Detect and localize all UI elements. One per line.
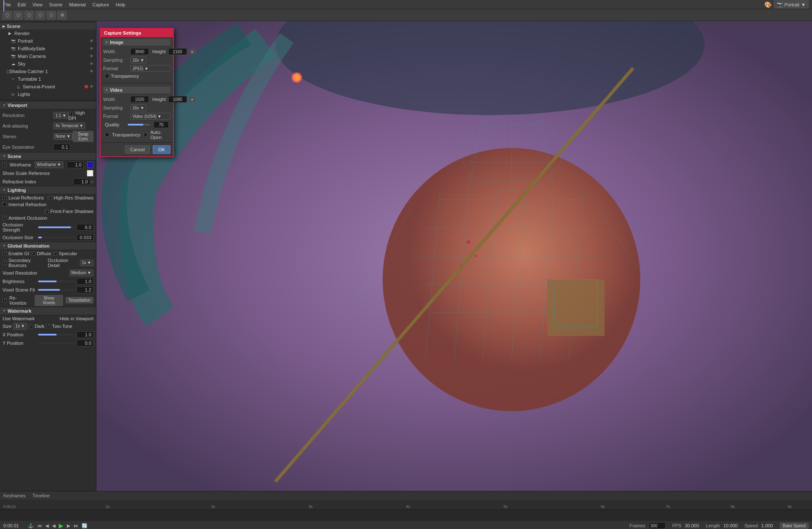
tree-item-samurai[interactable]: △ Samurai-Posed 👁 [0,83,96,90]
skip-end-button[interactable]: ⏭ [74,523,78,528]
voxel-resolution-dropdown[interactable]: Medium ▼ [69,270,93,276]
capture-settings-dialog[interactable]: Capture Settings Image Width Height ≡ [100,28,174,157]
video-lock-ratio-button[interactable]: ≡ [189,97,195,102]
stereo-dropdown[interactable]: None ▼ [53,133,73,140]
re-voxelize-label: Re-Voxelize [9,295,32,305]
resolution-dropdown[interactable]: 1:1 ▼ [53,112,69,119]
y-position-input[interactable] [77,340,93,346]
occlusion-detail-dropdown[interactable]: 1x ▼ [80,259,93,266]
tree-item-shadowcatcher[interactable]: □ Shadow Catcher 1 👁 [0,68,96,75]
image-width-input[interactable] [130,48,149,55]
toolbar-btn-3[interactable]: ⬡ [25,11,34,19]
voxel-scene-fit-input[interactable] [77,286,93,293]
video-transparency-check[interactable] [105,133,109,137]
internal-refraction-check[interactable] [3,202,7,207]
ambient-occlusion-check[interactable] [3,216,7,220]
portrait-dropdown[interactable]: 📷 Portrait ▼ [774,0,809,8]
image-height-input[interactable] [168,48,187,55]
scene-tree-header[interactable]: ▶ Scene [0,23,96,30]
size-dropdown[interactable]: 1x ▼ [13,323,27,330]
menu-view[interactable]: View [33,2,43,7]
tree-item-portrait[interactable]: 📷 Portrait 👁 [0,37,96,45]
occlusion-size-input[interactable] [77,234,93,241]
auto-open-check[interactable] [144,133,148,137]
video-section-header[interactable]: Video [103,87,170,93]
image-sampling-dropdown[interactable]: 16x ▼ [130,57,146,63]
re-voxelize-check[interactable] [3,298,7,303]
bake-speed-button[interactable]: Bake Speed [780,523,809,529]
wireframe-value-input[interactable] [67,161,84,168]
specular-check[interactable] [53,251,57,256]
loop-button[interactable]: 🔄 [82,523,88,529]
menu-help[interactable]: Help [116,2,126,7]
high-dpi-check[interactable]: High DPI [69,110,93,121]
toolbar-btn-6[interactable]: ⚙ [58,11,67,19]
wireframe-color-swatch[interactable] [87,161,93,168]
dialog-buttons: Cancel OK [101,142,173,156]
cancel-button[interactable]: Cancel [125,145,150,154]
viewport-section-header[interactable]: Viewport [0,101,96,109]
play-back-button[interactable]: ◀ [52,523,55,529]
local-reflections-check[interactable] [3,196,7,200]
brightness-input[interactable] [77,278,93,285]
video-section-label: Video [110,87,123,93]
toolbar-btn-4[interactable]: ⬡ [36,11,45,19]
lighting-section-header[interactable]: Lighting [0,186,96,194]
tree-item-render[interactable]: ▶ Render [0,30,96,37]
scale-color-swatch[interactable] [87,170,93,177]
eye-separation-input[interactable] [53,144,70,150]
x-position-input[interactable] [77,331,93,338]
toolbar-btn-2[interactable]: ⬡ [14,11,23,19]
menu-edit[interactable]: Edit [18,2,26,7]
video-format-dropdown[interactable]: Video (h264) ▼ [130,113,170,120]
scene-section-header[interactable]: Scene [0,152,96,161]
quality-input[interactable] [154,121,169,128]
secondary-bounces-check[interactable] [3,261,7,265]
occlusion-strength-input[interactable] [77,224,93,231]
swap-eyes-button[interactable]: Swap Eyes [73,131,93,142]
ruler-mark-3s: 3s [309,504,313,509]
video-sampling-dropdown[interactable]: 16x ▼ [130,104,146,111]
image-lock-ratio-button[interactable]: ≡ [189,49,195,55]
image-transparency-check[interactable] [105,74,109,78]
tree-item-turntable[interactable]: ○ Turntable 1 [0,75,96,83]
enable-gi-check[interactable] [3,251,7,256]
snap-button[interactable]: ⚓ [28,523,34,529]
menu-file[interactable]: File [3,2,11,7]
wireframe-mode-dropdown[interactable]: Wireframe ▼ [35,161,63,168]
prev-frame-button[interactable]: ◀ [45,523,49,529]
toolbar-btn-5[interactable]: ⬡ [47,11,56,19]
watermark-section-header[interactable]: Watermark [0,307,96,315]
ok-button[interactable]: OK [153,145,170,154]
refractive-input[interactable] [73,178,90,185]
wireframe-checkbox[interactable] [3,163,7,167]
tree-item-lights[interactable]: ▷ Lights [0,90,96,98]
image-format-dropdown[interactable]: JPEG ▼ [130,65,170,72]
quality-slider[interactable] [128,124,150,125]
two-tone-check[interactable] [46,324,50,328]
menu-capture[interactable]: Capture [93,2,109,7]
diffuse-check[interactable] [31,251,35,256]
tree-item-maincamera[interactable]: 📷 Main Camera 👁 [0,52,96,60]
next-frame-button[interactable]: ▶ [67,523,70,529]
tree-item-sky[interactable]: ☁ Sky 👁 [0,60,96,68]
front-face-shadows-check[interactable] [44,209,49,213]
gi-section-header[interactable]: Global Illumination [0,242,96,250]
video-width-input[interactable] [130,96,149,103]
antialiasing-dropdown[interactable]: 4x Temporal ▼ [53,123,85,129]
menu-scene[interactable]: Scene [49,2,62,7]
eye5-icon: 👁 [90,69,93,74]
menu-material[interactable]: Material [69,2,86,7]
tree-item-fullbodyside[interactable]: 📷 FullBodySide 👁 [0,45,96,52]
tessellation-button[interactable]: Tessellation [66,297,93,303]
toolbar-btn-1[interactable]: ⬡ [3,11,12,19]
viewport[interactable]: Capture Settings Image Width Height ≡ [96,21,812,491]
play-button[interactable]: ▶ [59,522,63,529]
video-height-input[interactable] [168,96,187,103]
dark-check[interactable] [29,324,33,328]
skip-start-button[interactable]: ⏮ [37,523,42,528]
high-res-shadows-check[interactable] [48,196,52,200]
show-voxels-button[interactable]: Show Voxels [35,295,63,306]
image-section-header[interactable]: Image [103,39,170,46]
frames-input[interactable] [649,522,666,529]
